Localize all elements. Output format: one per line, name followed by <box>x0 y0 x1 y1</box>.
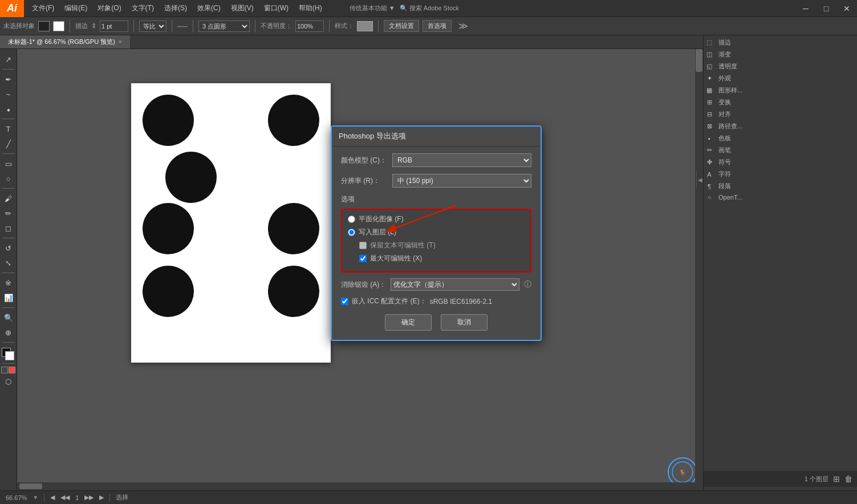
panel-collapse-handle[interactable]: ◀ <box>696 171 703 188</box>
line-tool[interactable]: ╱ <box>1 137 16 151</box>
app-logo: Ai <box>0 0 24 17</box>
prop-paragraph[interactable]: ¶ 段落 <box>704 180 857 192</box>
points-select[interactable]: 3 点圆形 <box>198 21 250 32</box>
doc-settings-button[interactable]: 文档设置 <box>384 20 419 32</box>
preserve-text-checkbox[interactable] <box>359 242 367 249</box>
tab-title: 未标题-1* @ 66.67% (RGB/GPU 预览) <box>8 38 115 46</box>
anchor-tool[interactable]: ⬥ <box>1 102 16 116</box>
zoom-tool[interactable]: ⊕ <box>1 326 16 339</box>
style-swatch[interactable] <box>357 21 373 31</box>
prop-transform[interactable]: ⊞ 变换 <box>704 96 857 108</box>
prop-symbols[interactable]: ✤ 符号 <box>704 156 857 168</box>
stroke-input[interactable] <box>100 21 128 32</box>
icc-checkbox[interactable] <box>341 298 348 305</box>
prop-opentype[interactable]: ○ OpenT... <box>704 192 857 202</box>
new-layer-icon[interactable]: ⊞ <box>833 474 840 483</box>
maximize-button[interactable]: □ <box>816 0 836 17</box>
horizontal-scroll-thumb[interactable] <box>19 483 42 489</box>
horizontal-scrollbar[interactable] <box>17 482 695 490</box>
delete-layer-icon[interactable]: 🗑 <box>844 474 852 483</box>
resolution-select[interactable]: 中 (150 ppi) 高 (300 ppi) 低 (72 ppi) <box>392 174 531 188</box>
type-tool[interactable]: T <box>1 122 16 136</box>
paintbrush-tool[interactable]: 🖌 <box>1 192 16 205</box>
tab-close-button[interactable]: × <box>119 39 122 45</box>
page-number: 1 <box>75 494 79 501</box>
opacity-input[interactable] <box>295 21 324 32</box>
document-tab[interactable]: 未标题-1* @ 66.67% (RGB/GPU 预览) × <box>0 35 131 48</box>
prop-character[interactable]: A 字符 <box>704 168 857 180</box>
eraser-tool[interactable]: ◻ <box>1 221 16 235</box>
color-model-select[interactable]: RGB CMYK <box>392 153 531 167</box>
extra-tools-icon[interactable]: ≫ <box>458 21 468 31</box>
menu-bar: 文件(F) 编辑(E) 对象(O) 文字(T) 选择(S) 效果(C) 视图(V… <box>24 1 327 15</box>
close-button[interactable]: ✕ <box>836 0 857 17</box>
dialog-title-bar: Photoshop 导出选项 <box>332 127 541 147</box>
max-editable-checkbox[interactable] <box>359 255 367 262</box>
symbol-tool[interactable]: ※ <box>1 276 16 290</box>
toolbar-row: 未选择对象 描边 ⇕ 等比 — 3 点圆形 不透明度： 样式： 文档设置 首选项… <box>0 17 857 35</box>
menu-help[interactable]: 帮助(H) <box>294 1 327 15</box>
max-editable-label: 最大可编辑性 (X) <box>370 254 422 263</box>
vertical-scrollbar[interactable] <box>695 49 703 490</box>
menu-effect[interactable]: 效果(C) <box>193 1 225 15</box>
stroke-type-select[interactable]: 等比 <box>139 21 166 32</box>
anti-alias-select[interactable]: 优化文字（提示） <box>391 278 519 291</box>
mask-mode[interactable] <box>9 367 15 373</box>
menu-edit[interactable]: 编辑(E) <box>60 1 92 15</box>
background-swatch[interactable] <box>5 351 14 360</box>
prop-brushes[interactable]: ✏ 画笔 <box>704 144 857 156</box>
opacity-label: 不透明度： <box>261 22 292 30</box>
menu-file[interactable]: 文件(F) <box>27 1 59 15</box>
icc-label: 嵌入 ICC 配置文件 (E)： <box>352 296 427 306</box>
write-layers-radio[interactable] <box>348 229 355 236</box>
color-swatch-area <box>2 348 15 360</box>
nav-prev[interactable]: ◀ <box>50 494 55 501</box>
minimize-button[interactable]: ─ <box>795 0 816 17</box>
normal-mode[interactable] <box>1 367 8 373</box>
preferences-button[interactable]: 首选项 <box>423 20 452 32</box>
prop-align[interactable]: ⊟ 对齐 <box>704 108 857 120</box>
direct-selection-tool[interactable]: ↗ <box>1 52 16 66</box>
cancel-button[interactable]: 取消 <box>441 314 488 331</box>
divider-7 <box>378 20 379 32</box>
menu-view[interactable]: 视图(V) <box>226 1 258 15</box>
vertical-scroll-thumb[interactable] <box>696 49 702 72</box>
artboard-tool[interactable]: ⬡ <box>1 375 16 388</box>
pen-tool[interactable]: ✒ <box>1 72 16 86</box>
menu-select[interactable]: 选择(S) <box>160 1 192 15</box>
menu-text[interactable]: 文字(T) <box>127 1 159 15</box>
zoom-dropdown[interactable]: ▼ <box>33 494 38 501</box>
shape-tool[interactable]: ▭ <box>1 157 16 170</box>
tool-sep-6 <box>2 273 15 273</box>
pencil-tool[interactable]: ✏ <box>1 206 16 220</box>
prop-pathfinder[interactable]: ⊠ 路径查... <box>704 120 857 132</box>
prop-stroke[interactable]: ⬚ 描边 <box>704 36 857 48</box>
prop-appearance[interactable]: ✦ 外观 <box>704 72 857 84</box>
curvature-tool[interactable]: ~ <box>1 87 16 101</box>
search-label: 🔍 搜索 Adobe Stock <box>400 4 460 13</box>
status-bar: 66.67% ▼ ◀ ◀◀ 1 ▶▶ ▶ 选择 <box>0 490 857 504</box>
style-label: 样式： <box>335 22 354 30</box>
eyedropper-tool[interactable]: 🔍 <box>1 311 16 324</box>
nav-arrows-right[interactable]: ▶▶ <box>84 494 94 501</box>
tool-sep-1 <box>2 69 15 70</box>
confirm-button[interactable]: 确定 <box>385 314 432 331</box>
nav-arrows-left[interactable]: ◀◀ <box>60 494 70 501</box>
fill-swatch[interactable] <box>38 21 50 31</box>
graph-tool[interactable]: 📊 <box>1 291 16 304</box>
rotate-tool[interactable]: ↺ <box>1 241 16 255</box>
menu-window[interactable]: 窗口(W) <box>259 1 293 15</box>
ellipse-tool[interactable]: ○ <box>1 172 16 185</box>
flatten-radio[interactable] <box>348 216 355 223</box>
write-layers-radio-row: 写入图层 (L) <box>348 227 525 237</box>
info-icon[interactable]: ⓘ <box>524 279 531 290</box>
scale-tool[interactable]: ⤡ <box>1 256 16 270</box>
prop-swatches[interactable]: ▪ 色板 <box>704 132 857 144</box>
prop-graphic-styles[interactable]: ▦ 图形样... <box>704 84 857 96</box>
nav-next[interactable]: ▶ <box>99 494 104 501</box>
menu-object[interactable]: 对象(O) <box>93 1 125 15</box>
preserve-text-row: 保留文本可编辑性 (T) <box>348 241 525 250</box>
stroke-swatch[interactable] <box>53 21 64 31</box>
prop-transparency[interactable]: ◱ 透明度 <box>704 60 857 72</box>
prop-gradient[interactable]: ◫ 渐变 <box>704 48 857 60</box>
